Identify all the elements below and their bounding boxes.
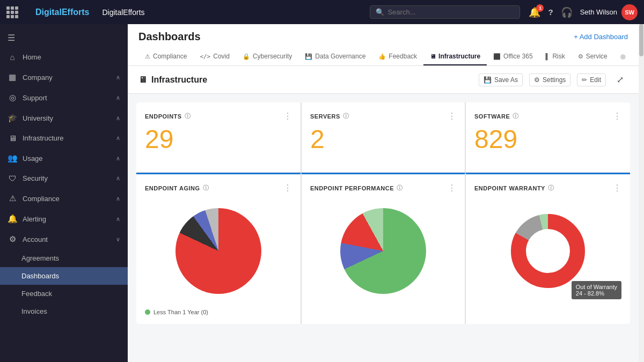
risk-tab-icon: ▌ (546, 53, 550, 60)
endpoints-info-icon[interactable]: ⓘ (185, 112, 191, 120)
card-endpoint-performance: ENDPOINT PERFORMANCE ⓘ ⋮ (301, 173, 465, 324)
settings-button[interactable]: ⚙ Settings (529, 73, 570, 86)
sidebar-subitem-dashboards[interactable]: Dashboards (0, 267, 128, 285)
notification-bell[interactable]: 🔔 1 (529, 6, 540, 18)
tab-risk[interactable]: ▌ Risk (539, 48, 572, 65)
infra-header: 🖥 Infrastructure 💾 Save As ⚙ Settings ✏ … (128, 66, 639, 94)
user-info[interactable]: Seth Wilson SW (580, 4, 638, 20)
help-button[interactable]: ? (548, 8, 553, 17)
headset-button[interactable]: 🎧 (561, 6, 573, 18)
card-endpoint-aging: ENDPOINT AGING ⓘ ⋮ Less Than 1 Year (0) (136, 173, 301, 324)
endpoints-menu-icon[interactable]: ⋮ (283, 111, 292, 121)
sidebar-item-usage[interactable]: 👥 Usage ∧ (0, 148, 128, 168)
chevron-support: ∧ (116, 94, 120, 101)
endpoints-title: ENDPOINTS (145, 113, 182, 120)
apps-grid-icon[interactable] (6, 6, 23, 18)
sidebar-label-support: Support (23, 94, 111, 102)
warranty-info-icon[interactable]: ⓘ (548, 184, 554, 192)
sidebar-item-home[interactable]: ⌂ Home (0, 47, 128, 67)
aging-legend-label: Less Than 1 Year (0) (153, 309, 208, 315)
tab-covid[interactable]: </> Covid (193, 48, 236, 65)
scrollbar-track[interactable] (639, 24, 644, 362)
sidebar-item-alerting[interactable]: 🔔 Alerting ∧ (0, 209, 128, 229)
topbar-icons: 🔔 1 ? 🎧 Seth Wilson SW (529, 4, 638, 20)
infra-title-icon: 🖥 (138, 75, 147, 85)
search-icon: 🔍 (376, 8, 384, 16)
chevron-security: ∧ (116, 175, 120, 182)
sidebar-item-account[interactable]: ⚙ Account ∨ (0, 229, 128, 249)
tab-infrastructure[interactable]: 🖥 Infrastructure (423, 48, 487, 65)
tab-cybersecurity[interactable]: 🔒 Cybersecurity (236, 48, 298, 65)
sidebar-item-security[interactable]: 🛡 Security ∧ (0, 168, 128, 188)
sidebar-label-alerting: Alerting (23, 215, 111, 223)
servers-info-icon[interactable]: ⓘ (343, 112, 349, 120)
save-as-icon: 💾 (484, 76, 492, 84)
perf-title: ENDPOINT PERFORMANCE (310, 185, 394, 191)
tab-office365[interactable]: ⬛ Office 365 (487, 48, 539, 65)
brand-logo[interactable]: DigitalEfforts (35, 8, 89, 17)
perf-info-icon[interactable]: ⓘ (397, 184, 403, 192)
chevron-company: ∧ (116, 74, 120, 81)
account-icon: ⚙ (8, 234, 17, 244)
warranty-menu-icon[interactable]: ⋮ (613, 183, 621, 193)
search-bar[interactable]: 🔍 (370, 5, 520, 19)
sidebar-item-university[interactable]: 🎓 University ∧ (0, 108, 128, 128)
help-icon: ? (548, 8, 553, 17)
sidebar-label-university: University (23, 114, 111, 122)
search-input[interactable] (387, 8, 514, 16)
expand-button[interactable]: ⤢ (612, 72, 628, 87)
usage-icon: 👥 (8, 153, 17, 163)
infra-tab-icon: 🖥 (430, 53, 436, 60)
sidebar-subitem-feedback[interactable]: Feedback (0, 285, 128, 302)
sidebar: ☰ ⌂ Home ▦ Company ∧ ◎ Support ∧ 🎓 Unive… (0, 24, 128, 362)
tab-data-governance[interactable]: 💾 Data Governance (298, 48, 372, 65)
software-menu-icon[interactable]: ⋮ (613, 111, 621, 121)
expand-icon: ⤢ (617, 75, 624, 85)
sidebar-item-infrastructure[interactable]: 🖥 Infrastructure ∧ (0, 128, 128, 148)
card-servers: SERVERS ⓘ ⋮ 2 (301, 102, 465, 172)
tab-risk-label: Risk (552, 53, 565, 60)
tab-service[interactable]: ⚙ Service (572, 48, 614, 65)
sidebar-item-support[interactable]: ◎ Support ∧ (0, 87, 128, 108)
aging-title: ENDPOINT AGING (145, 185, 200, 191)
tab-compliance[interactable]: ⚠ Compliance (138, 48, 193, 65)
alerting-icon: 🔔 (8, 214, 17, 224)
tab-covid-label: Covid (213, 53, 230, 60)
software-title: SOFTWARE (474, 113, 510, 120)
perf-menu-icon[interactable]: ⋮ (448, 183, 456, 193)
feedback-tab-icon: 👍 (378, 53, 386, 60)
sidebar-item-company[interactable]: ▦ Company ∧ (0, 67, 128, 87)
sidebar-toggle[interactable]: ☰ (0, 28, 128, 47)
sidebar-subitem-agreements[interactable]: Agreements (0, 249, 128, 267)
grid-apps[interactable] (6, 6, 27, 18)
add-dashboard-button[interactable]: + Add Dashboard (574, 33, 628, 41)
aging-info-icon[interactable]: ⓘ (203, 184, 209, 192)
tab-test-dashboard[interactable]: ◎ Test Dashboard (614, 48, 628, 65)
aging-menu-icon[interactable]: ⋮ (283, 183, 292, 193)
legend-dot-green (145, 309, 150, 315)
chart-cards-row: ENDPOINT AGING ⓘ ⋮ Less Than 1 Year (0) (136, 172, 630, 324)
data-gov-tab-icon: 💾 (305, 53, 312, 60)
test-tab-icon: ◎ (620, 53, 626, 60)
sidebar-label-company: Company (23, 73, 111, 82)
chevron-usage: ∧ (116, 155, 120, 162)
software-value: 829 (474, 125, 621, 154)
servers-value: 2 (310, 125, 456, 154)
sidebar-label-home: Home (23, 53, 120, 61)
servers-menu-icon[interactable]: ⋮ (448, 111, 456, 121)
service-tab-icon: ⚙ (578, 53, 583, 60)
chevron-university: ∧ (116, 115, 120, 122)
sidebar-item-compliance[interactable]: ⚠ Compliance ∧ (0, 188, 128, 209)
tab-compliance-label: Compliance (153, 53, 187, 60)
sidebar-label-usage: Usage (23, 154, 111, 162)
scrollbar-thumb[interactable] (639, 24, 643, 56)
avatar: SW (621, 4, 638, 20)
settings-label: Settings (543, 76, 566, 84)
software-info-icon[interactable]: ⓘ (513, 112, 519, 120)
sidebar-subitem-invoices[interactable]: Invoices (0, 302, 128, 320)
covid-tab-icon: </> (200, 53, 210, 60)
edit-button[interactable]: ✏ Edit (577, 73, 606, 86)
save-as-button[interactable]: 💾 Save As (479, 73, 523, 86)
tab-feedback[interactable]: 👍 Feedback (372, 48, 423, 65)
card-endpoints: ENDPOINTS ⓘ ⋮ 29 (136, 102, 301, 172)
